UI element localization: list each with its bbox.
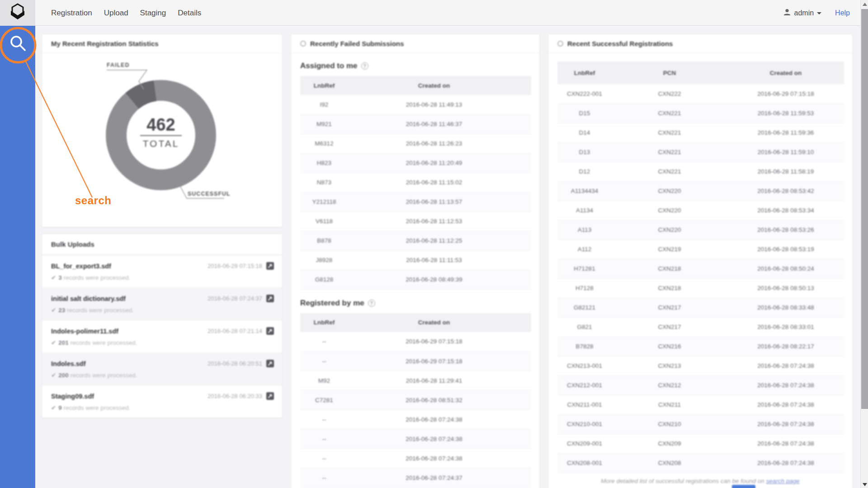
cell: 2016-06-28 11:12:25 [348, 231, 520, 250]
cell: CXN217 [612, 317, 727, 337]
scrollbar-up-arrow[interactable] [863, 3, 867, 6]
bulk-upload-item: Indoles-polimer11.sdf2016-06-28 07:21:14… [42, 320, 282, 352]
upload-date: 2016-06-28 06:20:33 [208, 393, 262, 399]
circle-icon [300, 41, 306, 47]
assigned-to-me-heading: Assigned to me ? [300, 61, 530, 70]
spacer [520, 153, 531, 173]
cell: CXN211 [612, 395, 727, 414]
cell: 2016-06-28 08:50:24 [727, 259, 844, 278]
table-row: CXN213-001CXN2132016-06-28 07:24:38 [557, 356, 844, 375]
scrollbar-thumb[interactable] [861, 9, 868, 409]
table-row: CXN209-001CXN2092016-06-28 07:24:38 [557, 434, 844, 453]
nav-item-upload[interactable]: Upload [104, 9, 128, 18]
cell: 2016-06-28 07:24:38 [727, 453, 844, 473]
cell: CXN221 [612, 103, 727, 123]
cell: CXN220 [612, 181, 727, 201]
spacer [520, 313, 531, 332]
help-icon[interactable]: ? [368, 300, 375, 307]
cell: CXN222 [612, 84, 727, 103]
table-row: M922016-06-28 11:29:41 [300, 371, 531, 390]
cell: 2016-06-28 07:24:38 [348, 449, 520, 468]
table-row: G82121CXN2172016-06-28 08:33:48 [557, 298, 844, 317]
cell: 2016-06-28 11:59:10 [727, 142, 844, 162]
nav-item-staging[interactable]: Staging [140, 9, 166, 18]
successful-registrations-panel: Recent Successful Registrations LnbRef P… [548, 34, 853, 488]
open-upload-icon[interactable] [266, 392, 274, 400]
cell: 2016-06-28 11:20:49 [348, 153, 520, 173]
spacer [520, 114, 531, 134]
sidebar-search-button[interactable] [0, 26, 35, 62]
records-text: records were processed. [64, 404, 131, 411]
table-row: I922016-06-28 11:49:13 [300, 95, 531, 114]
success-panel-title: Recent Successful Registrations [567, 40, 673, 47]
cell: A1134434 [557, 181, 612, 201]
cell: H7128 [557, 278, 612, 298]
check-icon: ✔ [51, 372, 56, 379]
cell: CXN217 [612, 298, 727, 317]
table-row: M63122016-06-28 11:26:23 [300, 134, 531, 153]
cell: 2016-06-28 07:24:38 [348, 410, 520, 429]
nav-item-details[interactable]: Details [178, 9, 201, 18]
cell: 2016-06-28 11:12:53 [348, 211, 520, 231]
left-column: My Recent Registration Statistics 462 TO… [42, 34, 283, 488]
cell: 2016-06-28 07:24:38 [727, 375, 844, 395]
annotation-label: search [75, 194, 111, 207]
scrollbar-down-arrow[interactable] [863, 483, 867, 486]
help-link[interactable]: Help [835, 9, 850, 17]
registered-by-me-heading: Registered by me ? [300, 299, 530, 308]
file-name: initial salt dictionary.sdf [51, 295, 126, 302]
failed-callout-line [107, 70, 147, 89]
assigned-table: LnbRef Created on I922016-06-28 11:49:13… [300, 76, 531, 290]
cell: 2016-06-28 07:24:38 [727, 356, 844, 375]
file-name: Staging09.sdf [51, 393, 94, 400]
nav-item-registration[interactable]: Registration [51, 9, 92, 18]
top-bar: RegistrationUploadStagingDetails admin H… [0, 0, 868, 26]
table-row: H7128CXN2182016-06-28 08:50:13 [557, 278, 844, 298]
user-menu-button[interactable]: admin [783, 8, 822, 18]
cell: CXN220 [612, 201, 727, 220]
cell: 2016-06-28 08:22:17 [727, 337, 844, 356]
upload-date: 2016-06-29 07:15:18 [208, 263, 262, 269]
open-upload-icon[interactable] [266, 295, 274, 302]
records-text: records were processed. [71, 372, 137, 379]
spacer [520, 134, 531, 153]
check-icon: ✔ [51, 307, 56, 314]
footer-text: More detailed list of successful registr… [601, 478, 764, 484]
spacer [520, 270, 531, 289]
hexagon-box-logo-icon [9, 3, 26, 23]
help-icon[interactable]: ? [361, 62, 368, 70]
cell: 2016-06-28 11:29:41 [348, 371, 520, 390]
cell: 2016-06-28 11:13:57 [348, 192, 520, 211]
heading-text: Assigned to me [300, 61, 358, 70]
cell: A112 [557, 239, 612, 259]
cell: -- [300, 468, 348, 488]
cell: C7281 [300, 390, 348, 410]
app-logo[interactable] [0, 0, 35, 26]
open-upload-icon[interactable] [266, 327, 274, 335]
cell: CXN221 [612, 162, 727, 181]
file-name: BL_for_export3.sdf [51, 263, 111, 270]
table-row: D14CXN2212016-06-28 11:59:36 [557, 123, 844, 142]
cell: 2016-06-28 07:24:38 [348, 429, 520, 449]
cell: G82121 [557, 298, 612, 317]
open-upload-icon[interactable] [266, 360, 274, 367]
cell: D14 [557, 123, 612, 142]
table-row: V61182016-06-28 11:12:53 [300, 211, 531, 231]
cell: D15 [557, 103, 612, 123]
column-header: Created on [727, 61, 844, 84]
cell: 2016-06-29 07:15:18 [348, 332, 520, 352]
table-row: A113CXN2202016-06-28 08:53:26 [557, 220, 844, 239]
column-header: LnbRef [300, 313, 348, 332]
table-row: C72812016-06-28 08:51:32 [300, 390, 531, 410]
search-page-link[interactable]: search page [766, 478, 800, 484]
cell: CXN210 [612, 414, 727, 434]
vertical-scrollbar [860, 0, 868, 488]
table-row: G81282016-06-28 08:49:39 [300, 270, 531, 289]
open-upload-icon[interactable] [266, 262, 274, 270]
table-row: D12CXN2212016-06-28 11:58:19 [557, 162, 844, 181]
cut-off-button[interactable] [732, 485, 755, 488]
table-row: H8232016-06-28 11:20:49 [300, 153, 531, 173]
cell: H71281 [557, 259, 612, 278]
records-text: records were processed. [67, 307, 134, 314]
failed-panel-title: Recently Failed Submissions [310, 40, 404, 47]
